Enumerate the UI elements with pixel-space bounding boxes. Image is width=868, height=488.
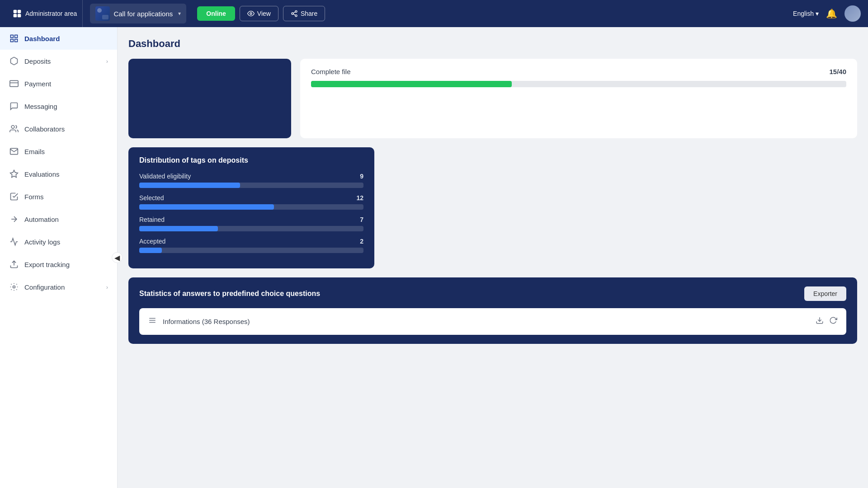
tag-row-retained: Retained 7 [139,216,363,231]
complete-file-count: 15/40 [829,68,846,75]
tag-count-selected: 12 [356,194,363,202]
sidebar-item-label: Messaging [24,103,57,110]
sidebar-item-deposits[interactable]: Deposits › [0,50,117,72]
sidebar-item-forms[interactable]: Forms [0,185,117,208]
distribution-title: Distribution of tags on deposits [139,156,363,164]
tag-bar-bg-accepted [139,248,363,253]
configuration-icon [9,282,19,292]
sidebar-item-label: Collaborators [24,125,65,133]
sidebar-item-automation[interactable]: Automation [0,208,117,230]
complete-file-header: Complete file 15/40 [311,68,846,75]
sidebar-item-label: Payment [24,80,51,88]
sidebar-item-label: Emails [24,148,45,155]
svg-rect-12 [11,39,14,42]
sidebar-item-label: Evaluations [24,170,60,178]
sidebar-item-activity-logs[interactable]: Activity logs [0,230,117,253]
app-dropdown-arrow: ▾ [178,10,181,17]
tag-bar-fill-retained [139,226,218,231]
sidebar-item-export-tracking[interactable]: Export tracking [0,253,117,276]
statistics-header: Statistics of answers to predefined choi… [139,286,846,301]
topnav-right: English ▾ 🔔 [793,5,861,22]
svg-point-16 [11,126,14,129]
share-icon [291,10,298,17]
exporter-button[interactable]: Exporter [804,286,846,301]
user-avatar[interactable] [844,5,861,22]
tag-bar-bg-validated [139,183,363,188]
sidebar-item-messaging[interactable]: Messaging [0,95,117,117]
view-button[interactable]: View [240,6,278,21]
statistics-title: Statistics of answers to predefined choi… [139,290,320,298]
notification-bell[interactable]: 🔔 [826,8,837,19]
statistics-card: Statistics of answers to predefined choi… [128,277,857,344]
share-button[interactable]: Share [283,6,325,21]
topnav-actions: Online View Share [197,6,325,21]
lang-dropdown-arrow: ▾ [816,10,819,17]
messaging-icon [9,101,19,111]
tag-bar-bg-selected [139,204,363,210]
activity-logs-icon [9,237,19,247]
configuration-arrow: › [106,284,108,291]
svg-rect-14 [10,80,18,86]
top-navigation: Administrator area Call for applications… [0,0,868,27]
tag-bar-fill-selected [139,204,274,210]
svg-point-4 [250,13,252,14]
collaborators-icon [9,124,19,134]
sidebar-item-label: Activity logs [24,238,60,246]
svg-rect-13 [15,39,18,42]
svg-rect-3 [18,14,21,17]
sidebar-item-label: Deposits [24,57,51,65]
tag-count-accepted: 2 [360,238,363,245]
tag-label-retained: Retained [139,216,165,223]
language-selector[interactable]: English ▾ [793,10,819,17]
sidebar-item-emails[interactable]: Emails [0,140,117,163]
admin-area-label: Administrator area [7,0,83,27]
complete-file-card: Complete file 15/40 [300,59,857,138]
info-row: Informations (36 Responses) [139,308,846,335]
svg-rect-1 [18,10,21,13]
svg-rect-0 [14,10,17,13]
export-tracking-icon [9,259,19,269]
online-button[interactable]: Online [197,6,235,21]
info-row-label: Informations (36 Responses) [163,318,816,325]
tag-count-retained: 7 [360,216,363,223]
menu-icon [148,316,156,327]
svg-point-5 [295,10,297,12]
sidebar-item-configuration[interactable]: Configuration › [0,276,117,298]
tag-bar-bg-retained [139,226,363,231]
tag-bar-fill-accepted [139,248,162,253]
svg-point-20 [13,286,15,288]
sidebar-item-evaluations[interactable]: Evaluations [0,163,117,185]
svg-line-8 [293,14,296,15]
complete-file-progress-fill [311,81,512,87]
download-icon[interactable] [816,316,824,327]
admin-area-text: Administrator area [25,10,77,17]
automation-icon [9,214,19,224]
svg-rect-10 [11,35,14,38]
svg-point-7 [295,15,297,17]
info-row-actions [816,316,837,327]
admin-icon [13,9,22,18]
svg-marker-17 [10,170,18,178]
complete-file-progress-bg [311,81,846,87]
sidebar-item-label: Forms [24,193,44,201]
evaluations-icon [9,169,19,179]
complete-file-label: Complete file [311,68,351,75]
eye-icon [247,10,255,17]
app-name: Call for applications [113,10,173,18]
sidebar-item-collaborators[interactable]: Collaborators [0,117,117,140]
svg-rect-2 [14,14,17,17]
sidebar-item-dashboard[interactable]: Dashboard [0,27,117,50]
svg-rect-11 [15,35,18,38]
sidebar-item-payment[interactable]: Payment [0,72,117,95]
tag-row-validated: Validated eligibility 9 [139,173,363,188]
refresh-icon[interactable] [829,316,837,327]
main-content: Dashboard Complete file 15/40 Distributi… [118,27,868,488]
page-title: Dashboard [128,38,857,50]
dark-card [128,59,291,138]
svg-point-6 [292,13,293,14]
app-selector[interactable]: Call for applications ▾ [90,4,186,23]
sidebar-collapse-button[interactable]: ◀ [112,252,123,263]
svg-line-9 [293,12,296,13]
tag-row-selected: Selected 12 [139,194,363,210]
forms-icon [9,192,19,202]
